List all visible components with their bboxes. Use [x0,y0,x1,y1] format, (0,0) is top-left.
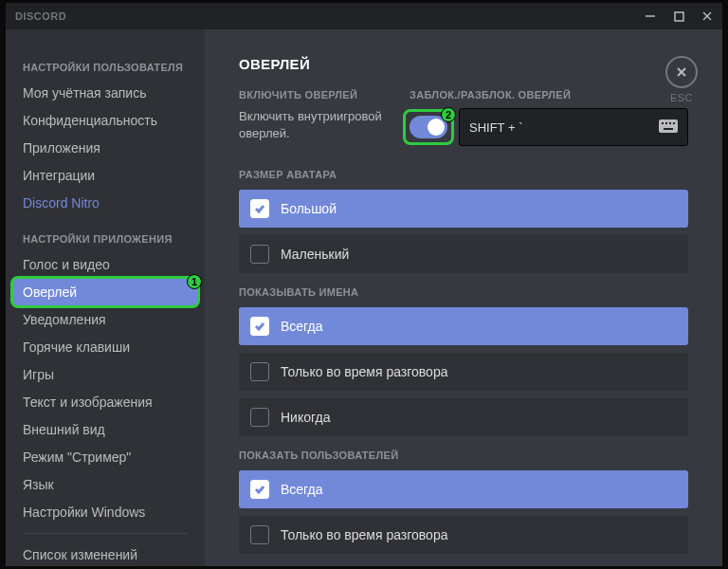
keybind-value: SHIFT + ` [469,120,522,135]
sidebar-item[interactable]: Внешний вид [13,416,197,443]
enable-overlay-toggle[interactable]: 2 [410,116,447,138]
radio-option[interactable]: Никогда [239,398,688,436]
close-settings: ESC [665,56,698,103]
overlay-keybind-input[interactable]: SHIFT + ` [459,108,688,146]
svg-rect-10 [673,122,675,124]
keyboard-icon [659,119,678,136]
close-settings-button[interactable] [665,56,698,88]
sidebar-item[interactable]: Режим "Стример" [13,444,197,470]
sidebar-header-user: НАСТРОЙКИ ПОЛЬЗОВАТЕЛЯ [13,56,197,79]
option-label: Только во время разговора [281,527,447,542]
checkbox-icon [250,362,269,381]
section-label: РАЗМЕР АВАТАРА [239,169,688,180]
toggle-knob [428,119,445,136]
option-label: Никогда [281,410,330,425]
enable-overlay-desc: Включить внутриигровой оверлей. [239,108,391,142]
close-button[interactable] [701,10,713,22]
svg-rect-1 [675,12,683,21]
checkbox-icon [250,245,269,264]
radio-option[interactable]: Всегда [239,470,688,508]
svg-rect-11 [664,128,673,130]
option-label: Всегда [281,319,323,334]
sidebar-separator [23,533,188,534]
sidebar-item[interactable]: Моя учётная запись [13,80,197,106]
option-label: Только во время разговора [281,364,447,379]
app-body: НАСТРОЙКИ ПОЛЬЗОВАТЕЛЯ Моя учётная запис… [6,29,722,566]
overlay-enable-row: ВКЛЮЧИТЬ ОВЕРЛЕЙ Включить внутриигровой … [239,89,688,146]
app-window: DISCORD НАСТРОЙКИ ПОЛЬЗОВАТЕЛЯ Моя учётн… [6,3,722,566]
sidebar-header-app: НАСТРОЙКИ ПРИЛОЖЕНИЯ [13,228,197,250]
toggle-keybind-row: 2 SHIFT + ` [410,108,688,146]
callout-1: 1 [10,276,200,308]
sidebar-item[interactable]: Горячие клавиши [13,334,197,360]
svg-rect-9 [669,122,671,124]
enable-overlay-label: ВКЛЮЧИТЬ ОВЕРЛЕЙ [239,89,391,101]
titlebar: DISCORD [6,3,722,29]
sidebar-item-changelog[interactable]: Список изменений [13,541,197,566]
radio-option[interactable]: Только во время разговора [239,516,688,554]
window-controls [645,10,713,22]
radio-option[interactable]: Маленький [239,235,688,273]
checkbox-icon [250,199,269,218]
app-name: DISCORD [15,10,645,22]
sidebar-item[interactable]: Оверлей1 [13,279,197,305]
option-label: Всегда [281,482,323,497]
option-label: Большой [281,201,337,216]
page-title: ОВЕРЛЕЙ [239,56,688,72]
sidebar-item[interactable]: Игры [13,361,197,388]
svg-rect-8 [665,122,667,124]
section-label: ПОКАЗЫВАТЬ ИМЕНА [239,286,688,298]
checkbox-icon [250,525,269,544]
sidebar-item[interactable]: Конфиденциальность [13,107,197,134]
section-label: ПОКАЗАТЬ ПОЛЬЗОВАТЕЛЕЙ [239,450,688,461]
sidebar-item[interactable]: Язык [13,471,197,498]
settings-content: ESC ОВЕРЛЕЙ ВКЛЮЧИТЬ ОВЕРЛЕЙ Включить вн… [205,29,722,566]
lock-overlay-label: ЗАБЛОК./РАЗБЛОК. ОВЕРЛЕЙ [410,89,688,101]
radio-option[interactable]: Большой [239,190,688,228]
radio-option[interactable]: Всегда [239,307,688,345]
settings-sidebar[interactable]: НАСТРОЙКИ ПОЛЬЗОВАТЕЛЯ Моя учётная запис… [6,29,205,566]
checkbox-icon [250,480,269,499]
checkbox-icon [250,408,269,427]
sidebar-item[interactable]: Настройки Windows [13,499,197,525]
sidebar-item[interactable]: Голос и видео [13,251,197,278]
maximize-button[interactable] [673,10,684,22]
sidebar-item[interactable]: Уведомления [13,306,197,333]
sidebar-item-nitro[interactable]: Discord Nitro [13,190,197,216]
sidebar-item[interactable]: Текст и изображения [13,389,197,415]
svg-rect-7 [662,122,664,124]
sidebar-item[interactable]: Интеграции [13,162,197,189]
sidebar-item[interactable]: Приложения [13,135,197,161]
esc-label: ESC [665,92,698,103]
option-label: Маленький [281,247,349,262]
svg-rect-6 [659,119,678,133]
minimize-button[interactable] [645,10,656,22]
checkbox-icon [250,317,269,336]
radio-option[interactable]: Только во время разговора [239,353,688,391]
